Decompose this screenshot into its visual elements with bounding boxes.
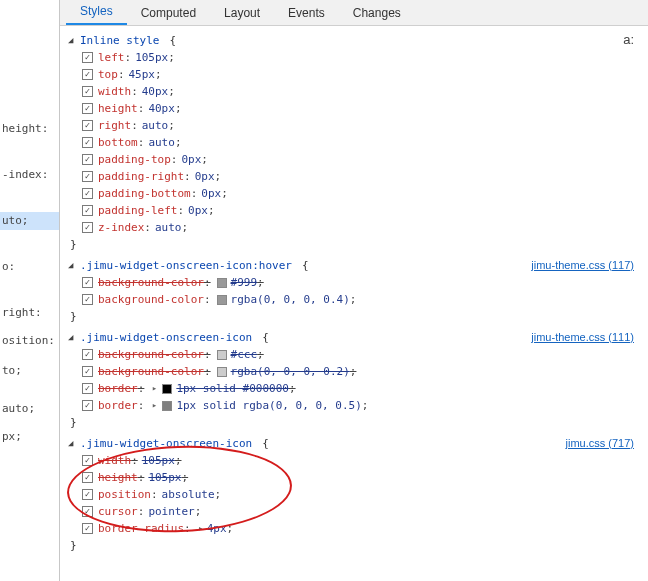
declaration-property[interactable]: padding-bottom [98, 185, 191, 202]
declaration-property[interactable]: z-index [98, 219, 144, 236]
declaration-property[interactable]: background-color [98, 363, 204, 380]
declaration-property[interactable]: right [98, 117, 131, 134]
expand-shorthand-icon[interactable]: ▸ [197, 520, 205, 537]
tab-computed[interactable]: Computed [127, 1, 210, 25]
declaration-property[interactable]: background-color [98, 274, 204, 291]
declaration-enable-checkbox[interactable]: ✓ [82, 171, 93, 182]
css-declaration[interactable]: ✓padding-bottom:0px; [68, 185, 642, 202]
declaration-value[interactable]: 0px [201, 185, 221, 202]
declaration-value[interactable]: 0px [181, 151, 201, 168]
declaration-enable-checkbox[interactable]: ✓ [82, 455, 93, 466]
declaration-enable-checkbox[interactable]: ✓ [82, 52, 93, 63]
css-rule[interactable]: ◢.jimu-widget-onscreen-icon:hover{jimu-t… [68, 257, 642, 325]
tab-styles[interactable]: Styles [66, 0, 127, 25]
css-declaration[interactable]: ✓padding-left:0px; [68, 202, 642, 219]
declaration-enable-checkbox[interactable]: ✓ [82, 366, 93, 377]
css-rule[interactable]: ◢.jimu-widget-onscreen-icon{jimu-theme.c… [68, 329, 642, 431]
declaration-enable-checkbox[interactable]: ✓ [82, 523, 93, 534]
tab-events[interactable]: Events [274, 1, 339, 25]
declaration-value[interactable]: auto [148, 134, 175, 151]
declaration-enable-checkbox[interactable]: ✓ [82, 383, 93, 394]
declaration-property[interactable]: background-color [98, 346, 204, 363]
declaration-value[interactable]: 45px [129, 66, 156, 83]
declaration-property[interactable]: width [98, 452, 131, 469]
declaration-property[interactable]: left [98, 49, 125, 66]
declaration-property[interactable]: height [98, 469, 138, 486]
declaration-property[interactable]: cursor [98, 503, 138, 520]
color-swatch[interactable] [217, 367, 227, 377]
css-declaration[interactable]: ✓background-color:#ccc; [68, 346, 642, 363]
rule-selector[interactable]: Inline style [80, 32, 159, 49]
declaration-value[interactable]: #999 [231, 274, 258, 291]
declaration-value[interactable]: 40px [148, 100, 175, 117]
expand-shorthand-icon[interactable]: ▸ [150, 380, 158, 397]
declaration-value[interactable]: 105px [142, 452, 175, 469]
declaration-property[interactable]: border [98, 380, 138, 397]
color-swatch[interactable] [217, 295, 227, 305]
declaration-enable-checkbox[interactable]: ✓ [82, 489, 93, 500]
declaration-enable-checkbox[interactable]: ✓ [82, 120, 93, 131]
css-declaration[interactable]: ✓background-color:rgba(0, 0, 0, 0.4); [68, 291, 642, 308]
declaration-enable-checkbox[interactable]: ✓ [82, 69, 93, 80]
declaration-enable-checkbox[interactable]: ✓ [82, 137, 93, 148]
tab-changes[interactable]: Changes [339, 1, 415, 25]
rule-source-link[interactable]: jimu.css (717) [566, 435, 634, 452]
rules-list[interactable]: ◢Inline style{✓left:105px;✓top:45px;✓wid… [60, 26, 648, 581]
declaration-value[interactable]: 0px [188, 202, 208, 219]
rule-selector[interactable]: .jimu-widget-onscreen-icon [80, 329, 252, 346]
css-declaration[interactable]: ✓padding-top:0px; [68, 151, 642, 168]
declaration-property[interactable]: border-radius [98, 520, 184, 537]
declaration-property[interactable]: border [98, 397, 138, 414]
css-declaration[interactable]: ✓border-radius:▸4px; [68, 520, 642, 537]
css-declaration[interactable]: ✓position:absolute; [68, 486, 642, 503]
declaration-enable-checkbox[interactable]: ✓ [82, 277, 93, 288]
declaration-property[interactable]: width [98, 83, 131, 100]
declaration-property[interactable]: position [98, 486, 151, 503]
declaration-value[interactable]: auto [142, 117, 169, 134]
css-declaration[interactable]: ✓width:105px; [68, 452, 642, 469]
css-declaration[interactable]: ✓background-color:rgba(0, 0, 0, 0.2); [68, 363, 642, 380]
css-rule[interactable]: ◢Inline style{✓left:105px;✓top:45px;✓wid… [68, 32, 642, 253]
declaration-value[interactable]: 1px solid rgba(0, 0, 0, 0.5) [176, 397, 361, 414]
declaration-enable-checkbox[interactable]: ✓ [82, 188, 93, 199]
rule-expand-icon[interactable]: ◢ [68, 333, 77, 342]
declaration-enable-checkbox[interactable]: ✓ [82, 349, 93, 360]
declaration-property[interactable]: bottom [98, 134, 138, 151]
declaration-value[interactable]: 105px [148, 469, 181, 486]
declaration-enable-checkbox[interactable]: ✓ [82, 86, 93, 97]
color-swatch[interactable] [217, 350, 227, 360]
color-swatch[interactable] [162, 384, 172, 394]
css-declaration[interactable]: ✓padding-right:0px; [68, 168, 642, 185]
declaration-value[interactable]: rgba(0, 0, 0, 0.4) [231, 291, 350, 308]
css-declaration[interactable]: ✓border:▸1px solid #000000; [68, 380, 642, 397]
declaration-value[interactable]: 0px [195, 168, 215, 185]
rule-expand-icon[interactable]: ◢ [68, 36, 77, 45]
declaration-property[interactable]: height [98, 100, 138, 117]
rule-selector[interactable]: .jimu-widget-onscreen-icon:hover [80, 257, 292, 274]
rule-expand-icon[interactable]: ◢ [68, 439, 77, 448]
declaration-value[interactable]: rgba(0, 0, 0, 0.2) [231, 363, 350, 380]
rule-source-link[interactable]: jimu-theme.css (111) [531, 329, 634, 346]
declaration-enable-checkbox[interactable]: ✓ [82, 400, 93, 411]
css-declaration[interactable]: ✓bottom:auto; [68, 134, 642, 151]
declaration-value[interactable]: #ccc [231, 346, 258, 363]
declaration-property[interactable]: padding-top [98, 151, 171, 168]
declaration-property[interactable]: padding-right [98, 168, 184, 185]
color-swatch[interactable] [162, 401, 172, 411]
declaration-enable-checkbox[interactable]: ✓ [82, 103, 93, 114]
declaration-value[interactable]: 40px [142, 83, 169, 100]
css-declaration[interactable]: ✓cursor:pointer; [68, 503, 642, 520]
declaration-value[interactable]: 1px solid #000000 [176, 380, 289, 397]
css-declaration[interactable]: ✓z-index:auto; [68, 219, 642, 236]
declaration-value[interactable]: auto [155, 219, 182, 236]
declaration-property[interactable]: background-color [98, 291, 204, 308]
css-rule[interactable]: ◢.jimu-widget-onscreen-icon{jimu.css (71… [68, 435, 642, 554]
css-declaration[interactable]: ✓width:40px; [68, 83, 642, 100]
declaration-enable-checkbox[interactable]: ✓ [82, 154, 93, 165]
css-declaration[interactable]: ✓left:105px; [68, 49, 642, 66]
declaration-value[interactable]: 105px [135, 49, 168, 66]
css-declaration[interactable]: ✓height:40px; [68, 100, 642, 117]
declaration-value[interactable]: 4px [207, 520, 227, 537]
expand-shorthand-icon[interactable]: ▸ [150, 397, 158, 414]
color-swatch[interactable] [217, 278, 227, 288]
